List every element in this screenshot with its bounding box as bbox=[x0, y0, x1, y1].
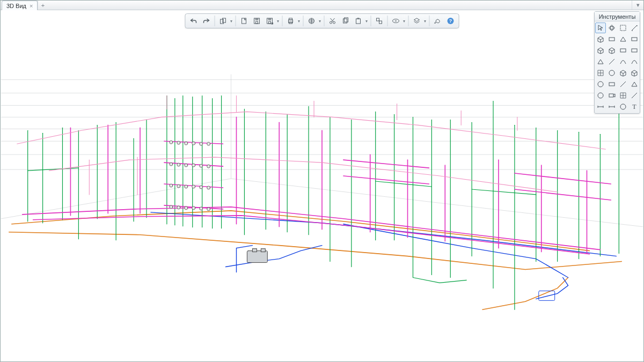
tool-marquee[interactable] bbox=[618, 23, 628, 33]
spline-icon bbox=[631, 58, 638, 65]
layers-dropdown[interactable]: ▾ bbox=[423, 15, 427, 27]
paste-button[interactable] bbox=[353, 15, 364, 27]
stair-icon bbox=[597, 58, 604, 65]
visibility-icon bbox=[392, 17, 400, 25]
saveas-dropdown[interactable]: ▾ bbox=[276, 15, 280, 27]
measure-icon bbox=[631, 24, 638, 32]
radial-icon bbox=[619, 103, 627, 110]
svg-point-119 bbox=[170, 184, 173, 187]
svg-point-120 bbox=[177, 184, 180, 188]
tool-angle[interactable] bbox=[606, 101, 617, 112]
svg-line-74 bbox=[472, 189, 536, 195]
copy-props-icon bbox=[219, 17, 227, 25]
tool-grid[interactable] bbox=[618, 90, 628, 101]
curve-icon bbox=[619, 58, 627, 65]
toolbar-separator bbox=[236, 16, 236, 26]
publish-button[interactable] bbox=[306, 15, 318, 27]
tool-pointer[interactable] bbox=[595, 23, 606, 33]
layers-button[interactable] bbox=[411, 15, 423, 27]
print-icon bbox=[287, 17, 295, 25]
tool-zone[interactable] bbox=[606, 79, 617, 90]
svg-point-127 bbox=[185, 206, 188, 210]
cut-button[interactable] bbox=[327, 15, 339, 27]
tool-morph[interactable] bbox=[606, 68, 617, 78]
tool-measure[interactable] bbox=[629, 23, 640, 33]
tool-wall[interactable] bbox=[595, 34, 606, 45]
copy-button[interactable] bbox=[340, 15, 352, 27]
tab-expand-button[interactable]: ▾ bbox=[632, 1, 643, 10]
svg-point-122 bbox=[192, 185, 195, 188]
redo-icon bbox=[203, 17, 210, 25]
tool-spline[interactable] bbox=[629, 56, 640, 67]
level-icon bbox=[631, 92, 638, 99]
tool-door[interactable] bbox=[618, 45, 628, 56]
help-icon bbox=[447, 17, 455, 25]
tool-shell[interactable] bbox=[618, 68, 628, 78]
marquee-icon bbox=[619, 24, 627, 32]
zone-icon bbox=[608, 80, 616, 88]
copy-props-dropdown[interactable]: ▾ bbox=[229, 15, 233, 27]
svg-point-117 bbox=[200, 164, 203, 167]
visibility-dropdown[interactable]: ▾ bbox=[402, 15, 406, 27]
undo-button[interactable] bbox=[188, 15, 200, 27]
app-window: 3D Вид × + ▾ bbox=[0, 0, 644, 362]
tool-detail[interactable] bbox=[595, 90, 606, 101]
publish-dropdown[interactable]: ▾ bbox=[318, 15, 322, 27]
tool-camera[interactable] bbox=[606, 90, 617, 101]
elevation-icon bbox=[631, 80, 638, 88]
tab-3d-view[interactable]: 3D Вид × bbox=[2, 1, 38, 10]
tool-lamp[interactable] bbox=[595, 79, 606, 90]
tool-stair[interactable] bbox=[595, 56, 606, 67]
tool-curve[interactable] bbox=[618, 56, 628, 67]
link-icon bbox=[376, 17, 383, 25]
saveas-button[interactable] bbox=[264, 15, 276, 27]
tool-text[interactable] bbox=[629, 101, 640, 112]
new-button[interactable] bbox=[238, 15, 250, 27]
tool-line[interactable] bbox=[606, 56, 617, 67]
svg-line-92 bbox=[343, 176, 429, 184]
svg-rect-104 bbox=[252, 249, 257, 252]
copy-props-button[interactable] bbox=[217, 15, 229, 27]
model-canvas bbox=[1, 10, 643, 361]
svg-point-108 bbox=[177, 141, 180, 144]
toolbar-separator bbox=[215, 16, 215, 26]
save-button[interactable] bbox=[251, 15, 263, 27]
tool-beam[interactable] bbox=[629, 34, 640, 45]
settings-button[interactable] bbox=[432, 15, 444, 27]
tab-close-icon[interactable]: × bbox=[30, 3, 33, 9]
tool-window[interactable] bbox=[629, 45, 640, 56]
svg-point-123 bbox=[200, 186, 203, 189]
paste-dropdown[interactable]: ▾ bbox=[364, 15, 369, 27]
beam-icon bbox=[631, 35, 638, 43]
tool-mesh[interactable] bbox=[595, 68, 606, 78]
svg-rect-105 bbox=[261, 249, 265, 252]
print-dropdown[interactable]: ▾ bbox=[297, 15, 301, 27]
toolbar-separator bbox=[324, 16, 325, 26]
visibility-button[interactable] bbox=[390, 15, 402, 27]
tool-orbit[interactable] bbox=[606, 23, 617, 33]
slab-icon bbox=[608, 35, 616, 43]
tool-object[interactable] bbox=[629, 68, 640, 78]
tool-slab[interactable] bbox=[606, 34, 617, 45]
tool-roof[interactable] bbox=[618, 34, 628, 45]
help-button[interactable] bbox=[445, 15, 457, 27]
link-button[interactable] bbox=[374, 15, 385, 27]
svg-point-118 bbox=[207, 165, 210, 168]
viewport-3d[interactable] bbox=[1, 10, 643, 361]
redo-button[interactable] bbox=[201, 15, 213, 27]
tool-column[interactable] bbox=[595, 45, 606, 56]
tool-level[interactable] bbox=[629, 90, 640, 101]
tool-elevation[interactable] bbox=[629, 79, 640, 90]
svg-rect-103 bbox=[247, 251, 267, 263]
print-button[interactable] bbox=[285, 15, 297, 27]
orbit-icon bbox=[608, 24, 616, 32]
svg-point-124 bbox=[207, 186, 210, 189]
tab-add-button[interactable]: + bbox=[38, 1, 47, 10]
toolbar-separator bbox=[371, 16, 371, 26]
tool-section[interactable] bbox=[618, 79, 628, 90]
text-icon bbox=[631, 103, 638, 110]
tool-dim[interactable] bbox=[595, 101, 606, 112]
tool-radial[interactable] bbox=[618, 101, 628, 112]
tool-shape[interactable] bbox=[606, 45, 617, 56]
toolbar-separator bbox=[429, 16, 430, 26]
